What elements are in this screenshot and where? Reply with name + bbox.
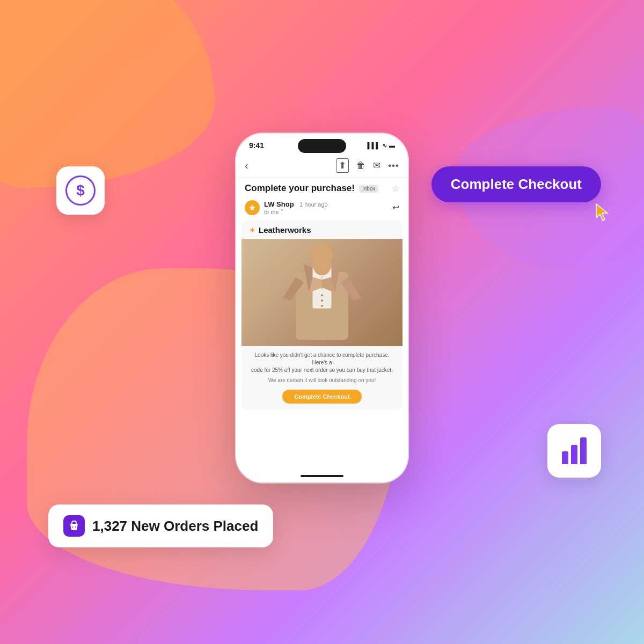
status-icons: ▌▌▌ ∿ ▬ — [368, 142, 395, 149]
sender-avatar — [245, 200, 260, 215]
orders-card: 1,327 New Orders Placed — [48, 504, 273, 547]
checkout-bubble[interactable]: Complete Checkout — [431, 166, 601, 202]
svg-point-7 — [72, 526, 74, 528]
status-time: 9:41 — [249, 141, 264, 150]
inbox-badge: Inbox — [359, 185, 378, 193]
email-brand: ✦ Leatherworks — [241, 220, 402, 239]
trash-icon[interactable]: 🗑 — [356, 160, 365, 171]
jacket-illustration — [279, 240, 365, 345]
chart-card — [547, 424, 601, 478]
brand-name: Leatherworks — [259, 225, 311, 235]
orders-text: 1,327 New Orders Placed — [92, 518, 258, 535]
sender-to: to me ˅ — [264, 209, 392, 216]
orders-bag-icon — [63, 515, 85, 537]
phone-notch — [298, 139, 346, 153]
chart-bar-1 — [562, 451, 568, 464]
email-body: ✦ Leatherworks — [236, 220, 408, 410]
chart-bar-3 — [580, 437, 587, 464]
home-bar — [301, 475, 343, 477]
email-from: LW Shop 1 hour ago to me ˅ ↩ — [236, 197, 408, 220]
email-checkout-button[interactable]: Complete Checkout — [282, 390, 361, 404]
chart-bar-2 — [571, 445, 577, 464]
sender-name: LW Shop — [264, 200, 294, 208]
mail-icon[interactable]: ✉ — [373, 160, 380, 171]
battery-icon: ▬ — [389, 142, 395, 149]
scene: 9:41 ▌▌▌ ∿ ▬ ‹ ⬆ 🗑 ✉ ••• — [0, 0, 644, 644]
promo-text-sub: We are certain it will look outstanding … — [241, 377, 402, 387]
dollar-card: $ — [56, 166, 105, 215]
svg-point-2 — [321, 294, 323, 296]
svg-point-4 — [321, 304, 323, 306]
phone: 9:41 ▌▌▌ ∿ ▬ ‹ ⬆ 🗑 ✉ ••• — [236, 134, 408, 482]
phone-content: Complete your purchase! Inbox ☆ LW Shop … — [236, 178, 408, 472]
email-card: ✦ Leatherworks — [241, 220, 402, 410]
wifi-icon: ∿ — [382, 142, 387, 149]
promo-text-main: Looks like you didn't get a chance to co… — [241, 346, 402, 377]
more-icon[interactable]: ••• — [388, 160, 399, 171]
email-subject: Complete your purchase! Inbox ☆ — [236, 178, 408, 197]
chart-bars — [562, 437, 587, 464]
svg-point-8 — [75, 526, 76, 528]
back-icon[interactable]: ‹ — [245, 159, 248, 172]
phone-status-bar: 9:41 ▌▌▌ ∿ ▬ — [236, 134, 408, 154]
svg-point-3 — [321, 299, 323, 302]
phone-home-indicator — [236, 472, 408, 482]
email-subject-text: Complete your purchase! — [245, 183, 355, 194]
svg-point-6 — [312, 243, 333, 266]
cursor-icon — [595, 203, 611, 225]
dollar-circle-icon: $ — [65, 175, 96, 206]
sender-info: LW Shop 1 hour ago to me ˅ — [264, 199, 392, 216]
brand-diamond-icon: ✦ — [249, 226, 255, 235]
toolbar-right: ⬆ 🗑 ✉ ••• — [336, 158, 399, 173]
email-toolbar: ‹ ⬆ 🗑 ✉ ••• — [236, 154, 408, 178]
archive-icon[interactable]: ⬆ — [336, 158, 349, 173]
star-icon[interactable]: ☆ — [392, 184, 399, 194]
signal-icon: ▌▌▌ — [368, 142, 380, 149]
reply-icon[interactable]: ↩ — [392, 202, 399, 213]
product-image — [241, 239, 402, 346]
toolbar-left: ‹ — [245, 159, 248, 172]
sender-time: 1 hour ago — [299, 201, 328, 208]
